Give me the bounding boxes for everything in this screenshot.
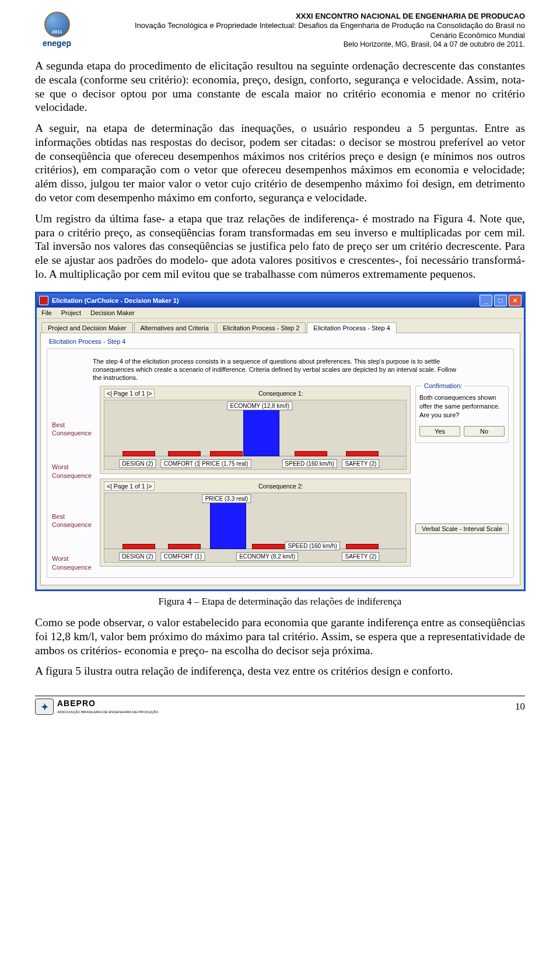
app-window: Elicitation (CarChoice - Decision Maker …: [35, 292, 526, 591]
step-description: The step 4 of the elicitation process co…: [93, 357, 466, 382]
verbal-scale-button[interactable]: Verbal Scale - Interval Scale: [415, 523, 509, 534]
paragraph-4: Como se pode observar, o valor estabelec…: [35, 616, 525, 657]
label-safety-2: SAFETY (2): [342, 552, 380, 561]
conference-header: XXXI ENCONTRO NACIONAL DE ENGENHARIA DE …: [87, 12, 525, 49]
label-comfort: COMFORT (1): [161, 459, 205, 468]
label-design: DESIGN (2): [119, 459, 156, 468]
tab-strip: Project and Decision Maker Alternatives …: [37, 319, 524, 333]
abepro-text: ABEPRO ASSOCIAÇÃO BRASILEIRA DE ENGENHAR…: [57, 699, 159, 714]
menu-project[interactable]: Project: [61, 309, 81, 316]
consequence-1-plot: ECONOMY (12,8 km/l) DESIGN (2) COMFORT (…: [104, 400, 407, 470]
enegep-logo: 2011 enegep: [35, 12, 79, 50]
label-economy-2: ECONOMY (8,2 km/l): [236, 552, 298, 561]
consequence-1-title: Consequence 1:: [155, 390, 407, 397]
consequence-2-box: <| Page 1 of 1 |> Consequence 2: PRICE (…: [100, 479, 411, 567]
pager-next-icon[interactable]: |>: [147, 390, 152, 397]
best-label: Best Consequence: [52, 421, 95, 438]
minimize-button[interactable]: _: [480, 295, 492, 306]
window-title: Elicitation (CarChoice - Decision Maker …: [52, 297, 179, 304]
consequence-2-title: Consequence 2:: [155, 483, 407, 490]
paragraph-3: Um registro da última fase- a etapa que …: [35, 212, 525, 281]
maximize-button[interactable]: □: [494, 295, 507, 306]
confirmation-box: Confirmation: Both consequences shown of…: [415, 386, 509, 443]
label-speed-2: SPEED (160 km/h): [285, 542, 340, 550]
label-comfort-2: COMFORT (1): [161, 552, 205, 561]
label-safety: SAFETY (2): [342, 459, 380, 468]
tab-step4[interactable]: Elicitation Process - Step 4: [307, 322, 396, 333]
pager-prev-icon[interactable]: <|: [107, 390, 112, 397]
tab-project-dm[interactable]: Project and Decision Maker: [41, 322, 133, 333]
label-economy: ECONOMY (12,8 km/l): [228, 402, 293, 410]
no-button[interactable]: No: [464, 426, 505, 437]
tab-pane-step4: Elicitation Process - Step 4 The step 4 …: [40, 333, 520, 585]
pager-next-icon[interactable]: |>: [147, 483, 152, 490]
pager-prev-icon[interactable]: <|: [107, 483, 112, 490]
pager-2[interactable]: <| Page 1 of 1 |>: [104, 481, 155, 491]
left-labels: Best Consequence Worst Consequence Best …: [52, 386, 95, 571]
confirmation-legend: Confirmation:: [422, 382, 464, 389]
best-label-2: Best Consequence: [52, 512, 95, 529]
worst-label-2: Worst Consequence: [52, 554, 95, 571]
page-number: 10: [515, 701, 525, 713]
menu-decision-maker[interactable]: Decision Maker: [90, 309, 135, 316]
label-price-2: PRICE (3,3 real): [202, 494, 251, 503]
menu-file[interactable]: File: [41, 309, 52, 316]
yes-button[interactable]: Yes: [419, 426, 460, 437]
consequence-1-box: <| Page 1 of 1 |> Consequence 1: ECONOMY…: [100, 386, 411, 474]
label-design-2: DESIGN (2): [119, 552, 156, 561]
tab-step2[interactable]: Elicitation Process - Step 2: [216, 322, 306, 333]
tab-alt-crit[interactable]: Alternatives and Criteria: [134, 322, 215, 333]
consequence-2-plot: PRICE (3,3 real) DESIGN (2) COMFORT (1) …: [104, 493, 407, 563]
paragraph-5: A figura 5 ilustra outra relação de indi…: [35, 664, 525, 678]
pager-1[interactable]: <| Page 1 of 1 |>: [104, 389, 155, 398]
paragraph-1: A segunda etapa do procedimento de elici…: [35, 59, 525, 114]
title-bar[interactable]: Elicitation (CarChoice - Decision Maker …: [37, 294, 524, 308]
label-speed: SPEED (160 km/h): [282, 459, 337, 468]
app-icon: [39, 296, 48, 305]
label-price: PRICE (1,75 real): [199, 459, 251, 468]
figure-caption: Figura 4 – Etapa de determinação das rel…: [35, 596, 525, 608]
abepro-logo-icon: ✦: [35, 699, 54, 715]
group-title: Elicitation Process - Step 4: [49, 338, 514, 345]
close-button[interactable]: ×: [509, 295, 522, 306]
paragraph-2: A seguir, na etapa de determinação das i…: [35, 121, 525, 205]
worst-label: Worst Consequence: [52, 463, 95, 480]
page-footer: ✦ ABEPRO ASSOCIAÇÃO BRASILEIRA DE ENGENH…: [35, 696, 525, 715]
confirmation-text: Both consequences shown offer the same p…: [419, 393, 505, 420]
menu-bar: File Project Decision Maker: [37, 308, 524, 319]
